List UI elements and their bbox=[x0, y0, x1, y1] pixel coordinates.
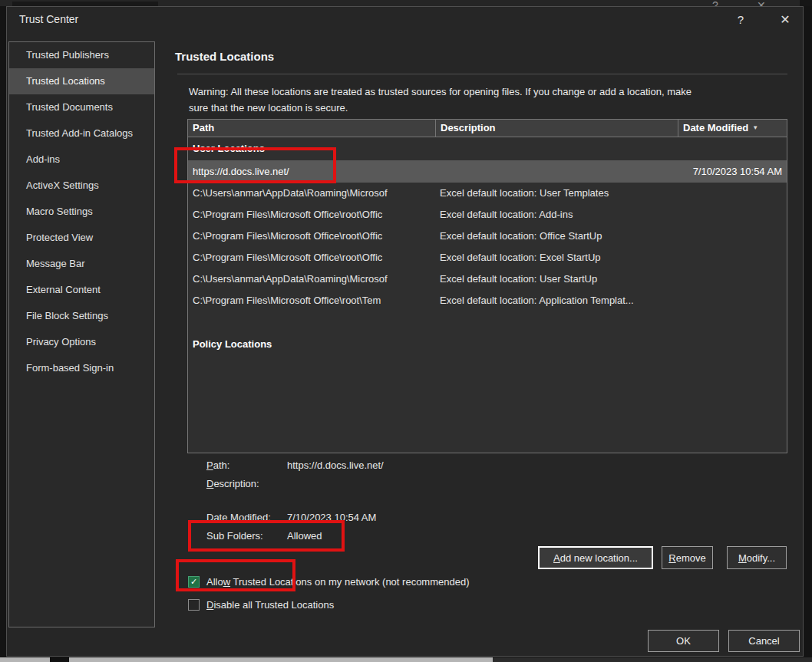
cell-path: C:\Program Files\Microsoft Office\root\O… bbox=[188, 226, 435, 247]
sidebar-item-message-bar[interactable]: Message Bar bbox=[9, 251, 154, 277]
cell-path: C:\Program Files\Microsoft Office\root\O… bbox=[188, 204, 435, 226]
cell-description bbox=[435, 160, 678, 183]
annotation-box-allow-checkbox bbox=[176, 559, 295, 591]
background-window-edge bbox=[800, 0, 812, 6]
checkbox-row-disable-all-trusted-locations[interactable]: Disable all Trusted Locations bbox=[188, 597, 470, 612]
sidebar-item-trusted-locations[interactable]: Trusted Locations bbox=[9, 68, 154, 94]
detail-row-path: Path:https://d.docs.live.net/ bbox=[206, 456, 575, 475]
detail-label-description: Description: bbox=[206, 475, 287, 493]
checkbox-label: Disable all Trusted Locations bbox=[206, 599, 334, 611]
sidebar-item-macro-settings[interactable]: Macro Settings bbox=[9, 199, 154, 225]
cell-path: C:\Users\anmar\AppData\Roaming\Microsof bbox=[188, 268, 435, 290]
page-title: Trusted Locations bbox=[175, 50, 274, 63]
table-row[interactable]: C:\Users\anmar\AppData\Roaming\MicrosofE… bbox=[188, 183, 787, 204]
detail-label-path: Path: bbox=[206, 456, 287, 475]
background-window-top-strip: ? ✕ bbox=[0, 0, 812, 6]
sidebar-item-activex-settings[interactable]: ActiveX Settings bbox=[9, 173, 154, 199]
table-header: PathDescriptionDate Modified▼ bbox=[188, 120, 787, 137]
sidebar-item-trusted-documents[interactable]: Trusted Documents bbox=[9, 94, 154, 120]
ok-button[interactable]: OK bbox=[648, 630, 719, 652]
unchecked-checkbox[interactable] bbox=[188, 599, 200, 611]
sidebar-item-external-content[interactable]: External Content bbox=[9, 277, 154, 303]
column-header-description[interactable]: Description bbox=[435, 120, 678, 137]
cell-description: Excel default location: User Templates bbox=[435, 183, 678, 204]
sidebar-item-file-block-settings[interactable]: File Block Settings bbox=[9, 303, 154, 329]
taskbar-notch bbox=[50, 657, 69, 662]
cancel-button[interactable]: Cancel bbox=[728, 630, 800, 652]
cell-date-modified bbox=[678, 183, 787, 204]
taskbar-strip bbox=[0, 657, 493, 662]
column-header-date-modified[interactable]: Date Modified▼ bbox=[678, 120, 787, 137]
sidebar-item-trusted-publishers[interactable]: Trusted Publishers bbox=[9, 42, 154, 68]
table-row[interactable]: C:\Program Files\Microsoft Office\root\T… bbox=[188, 290, 787, 311]
cell-date-modified: 7/10/2023 10:54 AM bbox=[678, 160, 787, 183]
sidebar-item-trusted-add-in-catalogs[interactable]: Trusted Add-in Catalogs bbox=[9, 120, 154, 147]
sidebar-item-form-based-sign-in[interactable]: Form-based Sign-in bbox=[9, 355, 154, 381]
warning-text: Warning: All these locations are treated… bbox=[189, 84, 801, 116]
sidebar-item-privacy-options[interactable]: Privacy Options bbox=[9, 329, 154, 355]
annotation-box-sub-folders bbox=[188, 520, 345, 552]
modify-button[interactable]: Modify... bbox=[727, 546, 787, 569]
trust-center-dialog: Trust Center ? ✕ Trusted PublishersTrust… bbox=[6, 6, 804, 657]
action-buttons: Add new location...RemoveModify... bbox=[538, 546, 787, 569]
cell-description: Excel default location: User StartUp bbox=[435, 268, 678, 290]
help-icon[interactable]: ? bbox=[730, 10, 751, 30]
table-row[interactable]: C:\Program Files\Microsoft Office\root\O… bbox=[188, 204, 787, 226]
cell-date-modified bbox=[678, 268, 787, 290]
cell-description: Excel default location: Excel StartUp bbox=[435, 247, 678, 268]
background-close-icon: ✕ bbox=[757, 0, 766, 6]
sidebar-item-add-ins[interactable]: Add-ins bbox=[9, 147, 154, 173]
sidebar-nav: Trusted PublishersTrusted LocationsTrust… bbox=[8, 41, 155, 627]
cell-path: C:\Program Files\Microsoft Office\root\O… bbox=[188, 247, 435, 268]
cell-path: C:\Program Files\Microsoft Office\root\T… bbox=[188, 290, 435, 311]
cell-description: Excel default location: Application Temp… bbox=[435, 290, 678, 311]
table-row[interactable]: C:\Users\anmar\AppData\Roaming\MicrosofE… bbox=[188, 268, 787, 290]
cell-date-modified bbox=[678, 226, 787, 247]
cell-date-modified bbox=[678, 247, 787, 268]
group-label-policy-locations: Policy Locations bbox=[188, 333, 787, 356]
cell-description: Excel default location: Add-ins bbox=[435, 204, 678, 226]
table-row[interactable]: C:\Program Files\Microsoft Office\root\O… bbox=[188, 226, 787, 247]
sort-descending-icon: ▼ bbox=[752, 124, 758, 131]
close-icon[interactable]: ✕ bbox=[774, 10, 796, 30]
cell-date-modified bbox=[678, 204, 787, 226]
background-help-icon: ? bbox=[712, 0, 718, 6]
remove-button[interactable]: Remove bbox=[662, 546, 713, 569]
add-new-location-button[interactable]: Add new location... bbox=[538, 546, 653, 569]
cell-path: C:\Users\anmar\AppData\Roaming\Microsof bbox=[188, 183, 435, 204]
table-row[interactable]: C:\Program Files\Microsoft Office\root\O… bbox=[188, 247, 787, 268]
screen: ? ✕ Trust Center ? ✕ Trusted PublishersT… bbox=[0, 0, 812, 662]
detail-row-description: Description: bbox=[206, 475, 575, 493]
cell-date-modified bbox=[678, 290, 787, 311]
annotation-box-selected-location bbox=[174, 147, 336, 183]
column-header-path[interactable]: Path bbox=[188, 120, 435, 137]
screen-bottom-strip bbox=[0, 657, 812, 662]
detail-value-path: https://d.docs.live.net/ bbox=[287, 456, 384, 475]
heading-divider bbox=[177, 74, 787, 74]
cell-description: Excel default location: Office StartUp bbox=[435, 226, 678, 247]
dialog-title: Trust Center bbox=[19, 13, 78, 25]
sidebar-item-protected-view[interactable]: Protected View bbox=[9, 225, 154, 251]
